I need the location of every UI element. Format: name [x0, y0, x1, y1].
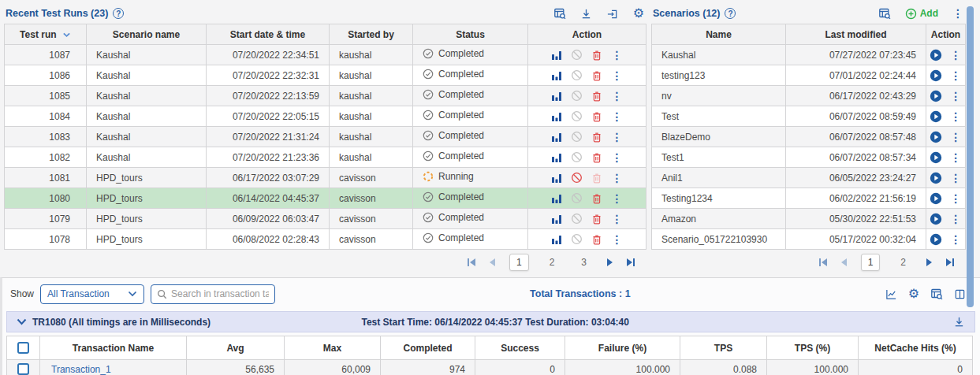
- add-scenario-button[interactable]: Add: [905, 8, 938, 20]
- stop-test-icon[interactable]: [568, 131, 586, 143]
- run-scenario-icon[interactable]: [927, 151, 945, 164]
- row-menu-icon[interactable]: [947, 110, 964, 123]
- test-run-row[interactable]: 1080 HPD_tours 06/14/2022 04:45:37 cavis…: [5, 188, 647, 209]
- row-menu-icon[interactable]: [609, 213, 626, 225]
- stop-test-icon[interactable]: [568, 90, 586, 102]
- pagination-next-button[interactable]: [607, 258, 613, 266]
- column-header-status[interactable]: Status: [413, 24, 528, 45]
- pagination-previous-button[interactable]: [841, 258, 847, 266]
- test-run-row[interactable]: 1078 HPD_tours 06/08/2022 02:28:43 cavis…: [5, 229, 647, 250]
- help-icon[interactable]: [725, 8, 736, 19]
- stop-test-icon[interactable]: [568, 110, 586, 122]
- run-scenario-icon[interactable]: [927, 233, 945, 246]
- row-menu-icon[interactable]: [609, 172, 626, 184]
- row-menu-icon[interactable]: [609, 110, 626, 123]
- column-header-scenario-name[interactable]: Scenario name: [87, 24, 207, 45]
- scenario-row[interactable]: Testing1234 06/02/2022 21:56:19: [652, 188, 966, 209]
- run-scenario-icon[interactable]: [927, 213, 945, 225]
- test-run-row[interactable]: 1082 Kaushal 07/20/2022 21:23:36 kaushal: [5, 147, 647, 168]
- view-report-icon[interactable]: [548, 213, 565, 225]
- scenario-row[interactable]: Amazon 05/30/2022 22:51:53: [652, 209, 966, 229]
- row-menu-icon[interactable]: [947, 49, 964, 61]
- delete-test-icon[interactable]: [588, 91, 606, 102]
- vertical-scrollbar[interactable]: [967, 6, 974, 307]
- test-run-row[interactable]: 1081 HPD_tours 06/17/2022 03:07:29 cavis…: [5, 168, 647, 188]
- view-report-icon[interactable]: [548, 173, 565, 184]
- column-header-start-date[interactable]: Start date & time: [207, 24, 330, 45]
- column-header-transaction-name[interactable]: Transaction Name: [40, 336, 187, 360]
- table-search-icon[interactable]: [930, 288, 943, 300]
- test-run-row[interactable]: 1084 Kaushal 07/20/2022 22:05:15 kaushal: [5, 106, 647, 127]
- pagination-page-button[interactable]: 1: [861, 254, 881, 271]
- gear-icon[interactable]: [908, 288, 919, 300]
- scenario-row[interactable]: Test 06/07/2022 08:59:49: [652, 106, 966, 127]
- scenario-row[interactable]: nv 06/17/2022 02:43:29: [652, 86, 966, 106]
- run-scenario-icon[interactable]: [927, 110, 945, 123]
- row-menu-icon[interactable]: [947, 192, 964, 205]
- download-icon[interactable]: [580, 8, 592, 20]
- row-menu-icon[interactable]: [609, 69, 626, 82]
- delete-test-icon[interactable]: [588, 70, 606, 81]
- column-header-success[interactable]: Success: [475, 336, 565, 360]
- column-header-completed[interactable]: Completed: [381, 336, 475, 360]
- pagination-page-button[interactable]: 3: [575, 254, 593, 270]
- column-header-name[interactable]: Name: [652, 24, 786, 45]
- row-menu-icon[interactable]: [609, 151, 626, 164]
- run-scenario-icon[interactable]: [927, 49, 945, 61]
- scenario-row[interactable]: Scenario_051722103930 05/17/2022 00:32:0…: [652, 229, 966, 250]
- pagination-last-button[interactable]: [627, 258, 635, 266]
- delete-test-icon[interactable]: [588, 173, 606, 184]
- delete-test-icon[interactable]: [588, 234, 606, 245]
- stop-test-icon[interactable]: [568, 233, 586, 245]
- line-chart-icon[interactable]: [885, 288, 897, 300]
- help-icon[interactable]: [113, 8, 124, 19]
- pagination-first-button[interactable]: [819, 258, 827, 266]
- stop-test-icon[interactable]: [568, 151, 586, 163]
- transaction-row[interactable]: Transaction_1 56,635 60,009 974 0 100.00…: [7, 360, 973, 375]
- pagination-page-button[interactable]: 2: [543, 254, 561, 270]
- search-input[interactable]: [171, 288, 269, 299]
- test-run-row[interactable]: 1083 Kaushal 07/20/2022 21:31:24 kaushal: [5, 127, 647, 147]
- row-menu-icon[interactable]: [609, 192, 626, 205]
- row-checkbox[interactable]: [17, 363, 29, 375]
- stop-test-icon[interactable]: [568, 213, 586, 225]
- stop-test-icon[interactable]: [568, 192, 586, 204]
- scenario-row[interactable]: testing123 07/01/2022 02:24:44: [652, 65, 966, 86]
- delete-test-icon[interactable]: [588, 50, 606, 61]
- table-search-icon[interactable]: [553, 7, 566, 20]
- pagination-last-button[interactable]: [946, 258, 954, 266]
- delete-test-icon[interactable]: [588, 111, 606, 122]
- column-header-avg[interactable]: Avg: [187, 336, 285, 360]
- row-menu-icon[interactable]: [947, 69, 964, 82]
- row-menu-icon[interactable]: [609, 90, 626, 102]
- stop-test-icon[interactable]: [568, 49, 586, 61]
- test-run-row[interactable]: 1085 Kaushal 07/20/2022 22:13:59 kaushal: [5, 86, 647, 106]
- row-menu-icon[interactable]: [609, 49, 626, 61]
- view-report-icon[interactable]: [548, 111, 565, 122]
- run-scenario-icon[interactable]: [927, 90, 945, 102]
- collapse-chevron-icon[interactable]: [17, 318, 27, 325]
- row-menu-icon[interactable]: [609, 233, 626, 246]
- run-scenario-icon[interactable]: [927, 172, 945, 184]
- delete-test-icon[interactable]: [588, 213, 606, 225]
- pagination-page-button[interactable]: 1: [509, 254, 529, 271]
- column-header-test-run[interactable]: Test run: [5, 24, 87, 45]
- pagination-page-button[interactable]: 2: [894, 254, 912, 270]
- table-search-icon[interactable]: [878, 7, 891, 20]
- view-report-icon[interactable]: [548, 234, 565, 245]
- scenario-row[interactable]: BlazeDemo 06/07/2022 08:57:48: [652, 127, 966, 147]
- view-report-icon[interactable]: [548, 91, 565, 102]
- test-run-row[interactable]: 1079 HPD_tours 06/09/2022 06:03:47 cavis…: [5, 209, 647, 229]
- row-menu-icon[interactable]: [947, 213, 964, 225]
- row-menu-icon[interactable]: [609, 131, 626, 143]
- transaction-name-link[interactable]: Transaction_1: [51, 364, 111, 375]
- run-scenario-icon[interactable]: [927, 131, 945, 143]
- row-menu-icon[interactable]: [947, 131, 964, 143]
- delete-test-icon[interactable]: [588, 152, 606, 163]
- column-header-netcache[interactable]: NetCache Hits (%): [859, 336, 973, 360]
- test-run-row[interactable]: 1086 Kaushal 07/20/2022 22:32:31 kaushal: [5, 65, 647, 86]
- stop-test-icon[interactable]: [568, 172, 586, 184]
- delete-test-icon[interactable]: [588, 132, 606, 143]
- pagination-first-button[interactable]: [468, 258, 475, 266]
- view-report-icon[interactable]: [548, 50, 565, 61]
